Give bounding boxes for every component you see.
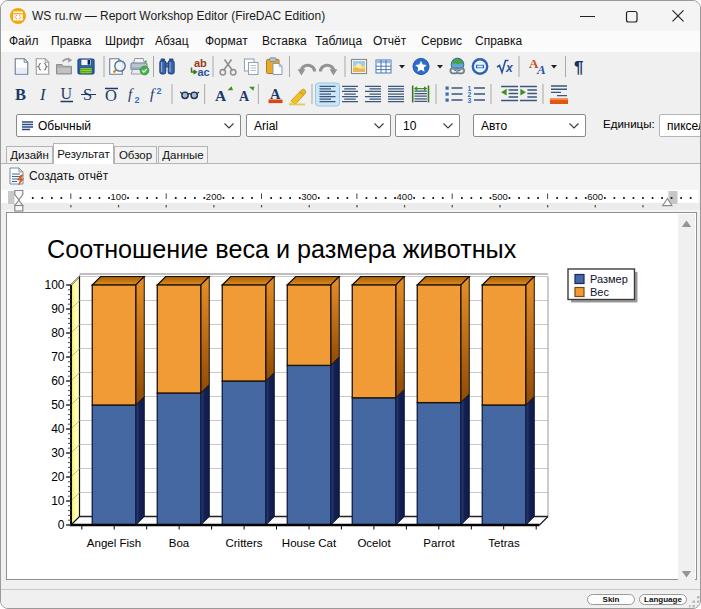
svg-text:Ocelot: Ocelot — [357, 537, 391, 549]
svg-text:A: A — [536, 62, 546, 77]
svg-text:A: A — [239, 89, 250, 104]
svg-text:Tetras: Tetras — [488, 537, 520, 549]
svg-text:90: 90 — [51, 302, 65, 316]
svg-text:100: 100 — [44, 278, 64, 292]
svg-text:60: 60 — [51, 374, 65, 388]
svg-text:40: 40 — [51, 422, 65, 436]
svg-text:3: 3 — [468, 97, 472, 104]
svg-text:0: 0 — [58, 518, 65, 532]
svg-text:100: 100 — [111, 191, 127, 202]
svg-text:2: 2 — [135, 95, 140, 105]
svg-text:Angel Fish: Angel Fish — [87, 537, 141, 549]
svg-text:Размер: Размер — [590, 273, 628, 285]
svg-text:x: x — [505, 61, 514, 75]
svg-text:50: 50 — [51, 398, 65, 412]
svg-text:House Cat: House Cat — [282, 537, 337, 549]
svg-text:200: 200 — [206, 191, 222, 202]
svg-text:Соотношение веса и размера жив: Соотношение веса и размера животных — [47, 235, 517, 263]
svg-text:f: f — [150, 86, 156, 102]
svg-text:Boa: Boa — [169, 537, 190, 549]
svg-text:Parrot: Parrot — [423, 537, 455, 549]
svg-text:¶: ¶ — [574, 58, 583, 77]
svg-text:B: B — [15, 85, 26, 104]
svg-text:2: 2 — [157, 86, 162, 96]
svg-text:300: 300 — [301, 191, 317, 202]
svg-text:30: 30 — [51, 446, 65, 460]
svg-text:Вес: Вес — [590, 286, 609, 298]
svg-text:80: 80 — [51, 326, 65, 340]
svg-text:400: 400 — [397, 191, 413, 202]
svg-text:A: A — [215, 87, 227, 104]
svg-text:500: 500 — [492, 191, 508, 202]
svg-text:20: 20 — [51, 470, 65, 484]
svg-text:A: A — [270, 86, 281, 102]
svg-text:Critters: Critters — [225, 537, 262, 549]
svg-text:I: I — [39, 85, 47, 104]
svg-text:70: 70 — [51, 350, 65, 364]
svg-text:600: 600 — [587, 191, 603, 202]
svg-text:f: f — [128, 86, 134, 102]
svg-text:U: U — [61, 85, 73, 102]
svg-text:10: 10 — [51, 494, 65, 508]
svg-text:ac: ac — [198, 66, 210, 78]
